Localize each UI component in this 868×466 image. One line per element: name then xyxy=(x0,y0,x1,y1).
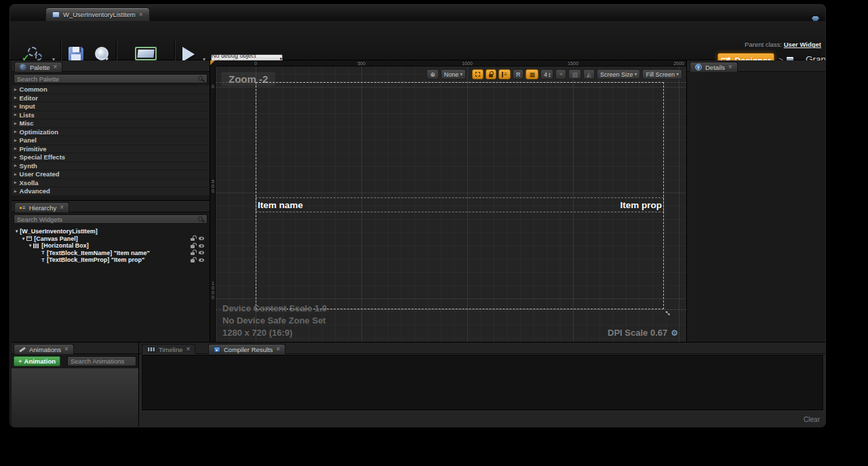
tab-palette[interactable]: Palette × xyxy=(14,62,62,72)
lock-icon[interactable] xyxy=(191,238,195,241)
palette-category-synth[interactable]: ▸Synth xyxy=(12,162,210,171)
visibility-eye-icon[interactable] xyxy=(199,251,204,254)
grid-snap-toggle-button[interactable]: ▦ xyxy=(526,69,538,79)
palette-search-input[interactable] xyxy=(14,75,198,83)
tree-row-textblock-itemname[interactable]: T [TextBlock_ItemName] "Item name" xyxy=(12,250,210,257)
details-close-icon[interactable]: × xyxy=(728,64,732,71)
palette-category-editor[interactable]: ▸Editor xyxy=(12,94,210,103)
preview-background-button[interactable]: ▨ xyxy=(568,69,581,79)
add-animation-button[interactable]: + Animation xyxy=(14,356,60,366)
palette-category-lists[interactable]: ▸Lists xyxy=(12,111,210,120)
dropdown-caret: ▾ xyxy=(676,71,679,77)
details-panel: i Details × xyxy=(687,60,826,342)
timeline-close-icon[interactable]: × xyxy=(186,346,191,353)
palette-category-optimization[interactable]: ▸Optimization xyxy=(12,128,210,137)
flip-preview-button[interactable]: ◭ xyxy=(583,69,595,79)
palette-category-user-created[interactable]: ▸User Created xyxy=(12,170,210,179)
hierarchy-search-input[interactable] xyxy=(14,216,198,223)
lock-icon[interactable] xyxy=(191,259,195,263)
horizontal-box-widget[interactable]: Item name Item prop xyxy=(256,197,664,212)
clear-log-button[interactable]: Clear xyxy=(804,416,820,423)
designer-canvas[interactable]: 0 500 1000 1500 2000 0 500 1000 Zoom -2 … xyxy=(210,60,687,342)
expander-icon[interactable]: ▸ xyxy=(14,163,17,168)
localization-globe-button[interactable]: ⊕ xyxy=(427,69,439,79)
palette-category-special-effects[interactable]: ▸Special Effects xyxy=(12,153,210,162)
palette-title: Palette xyxy=(30,64,50,71)
palette-category-advanced[interactable]: ▸Advanced xyxy=(12,187,210,196)
safe-zone-button[interactable]: ⌖ xyxy=(555,69,566,79)
tree-row-canvas-panel[interactable]: ▾ [Canvas Panel] xyxy=(12,235,210,243)
tab-details[interactable]: i Details × xyxy=(690,62,738,72)
dpi-settings-gear-icon[interactable]: ⚙ xyxy=(671,328,678,338)
expander-icon[interactable]: ▾ xyxy=(29,243,31,248)
tree-row-root[interactable]: ▾ [W_UserInventoryListItem] xyxy=(12,228,210,235)
fill-screen-dropdown[interactable]: Fill Screen▾ xyxy=(642,69,682,79)
ruler-tick: 500 xyxy=(211,179,215,193)
tree-row-horizontal-box[interactable]: ▾ [Horizontal Box] xyxy=(12,242,210,250)
palette-category-primitive[interactable]: ▸Primitive xyxy=(12,145,210,154)
outline-toggle-button[interactable] xyxy=(472,69,484,79)
palette-category-input[interactable]: ▸Input xyxy=(12,102,210,111)
spinner-arrows-icon[interactable]: ▴▾ xyxy=(549,72,551,77)
compiler-close-icon[interactable]: × xyxy=(276,346,280,353)
expander-icon[interactable]: ▸ xyxy=(14,129,17,134)
visibility-eye-icon[interactable] xyxy=(199,244,204,248)
respect-locks-button[interactable] xyxy=(486,69,496,79)
expander-icon[interactable]: ▸ xyxy=(14,155,17,160)
palette-category-panel[interactable]: ▸Panel xyxy=(12,136,210,145)
expander-icon[interactable]: ▸ xyxy=(14,87,17,92)
grid-icon: ▦ xyxy=(529,71,535,78)
dropdown-caret: ▾ xyxy=(460,71,462,77)
tab-animations[interactable]: Animations × xyxy=(14,344,74,354)
browse-icon xyxy=(94,47,108,61)
tab-hierarchy[interactable]: ≡ Hierarchy × xyxy=(14,202,69,212)
expander-icon[interactable]: ▾ xyxy=(16,229,18,234)
expander-icon[interactable]: ▸ xyxy=(14,180,17,185)
tree-row-textblock-itemprop[interactable]: T [TextBlock_ItemProp] "Item prop" xyxy=(12,256,210,264)
expander-icon[interactable]: ▸ xyxy=(14,104,17,109)
expander-icon[interactable]: ▸ xyxy=(14,138,17,143)
localization-preview-dropdown[interactable]: None▾ xyxy=(441,69,467,79)
animations-search[interactable] xyxy=(67,356,136,366)
palette-category-misc[interactable]: ▸Misc xyxy=(12,119,210,128)
design-grid[interactable]: Zoom -2 ⊕ None▾ ≡ R ▦ 4▴▾ ⌖ ▨ ◭ Screen S… xyxy=(216,66,686,342)
lock-icon[interactable] xyxy=(191,252,195,256)
animations-close-icon[interactable]: × xyxy=(64,346,68,353)
compiler-results-log[interactable] xyxy=(142,355,823,410)
expander-icon[interactable]: ▸ xyxy=(14,112,17,117)
fill-screen-label: Fill Screen xyxy=(646,71,675,78)
text-baseline-button[interactable]: ≡ xyxy=(498,69,511,79)
palette-category-xsolla[interactable]: ▸Xsolla xyxy=(12,179,210,188)
hierarchy-title: Hierarchy xyxy=(29,204,57,212)
palette-close-icon[interactable]: × xyxy=(54,64,58,71)
hierarchy-close-icon[interactable]: × xyxy=(60,204,64,211)
tab-compiler-results[interactable]: ▸ Compiler Results × xyxy=(208,344,285,354)
raw-edit-button[interactable]: R xyxy=(513,69,524,79)
add-animation-label: Animation xyxy=(24,357,56,365)
asset-tab-close-icon[interactable]: × xyxy=(139,12,143,18)
device-content-scale-label: Device Content Scale 1.0 xyxy=(222,303,327,315)
expander-icon[interactable]: ▸ xyxy=(14,95,17,100)
screen-size-dropdown[interactable]: Screen Size▾ xyxy=(597,69,641,79)
tab-timeline[interactable]: Timeline × xyxy=(142,344,195,354)
expander-icon[interactable]: ▸ xyxy=(14,172,17,177)
lock-icon[interactable] xyxy=(191,245,195,248)
canvas-panel-selection[interactable] xyxy=(256,82,664,309)
visibility-eye-icon[interactable] xyxy=(199,237,204,240)
visibility-eye-icon[interactable] xyxy=(199,258,204,262)
ruler-tick: 0 xyxy=(254,60,257,66)
palette-category-common[interactable]: ▸Common xyxy=(12,85,210,94)
hierarchy-search[interactable] xyxy=(14,214,208,224)
item-name-textblock[interactable]: Item name xyxy=(258,200,303,210)
asset-tab[interactable]: W_UserInventoryListItem × xyxy=(45,7,150,21)
category-label: Editor xyxy=(20,94,38,102)
parent-class-link[interactable]: User Widget xyxy=(784,41,821,48)
asset-tab-label: W_UserInventoryListItem xyxy=(63,11,136,18)
palette-search[interactable] xyxy=(14,74,208,83)
item-prop-textblock[interactable]: Item prop xyxy=(620,200,662,210)
expander-icon[interactable]: ▾ xyxy=(22,236,24,241)
expander-icon[interactable]: ▸ xyxy=(14,121,17,126)
grid-snap-size-spinner[interactable]: 4▴▾ xyxy=(540,69,554,79)
expander-icon[interactable]: ▸ xyxy=(14,146,17,151)
expander-icon[interactable]: ▸ xyxy=(14,189,17,194)
